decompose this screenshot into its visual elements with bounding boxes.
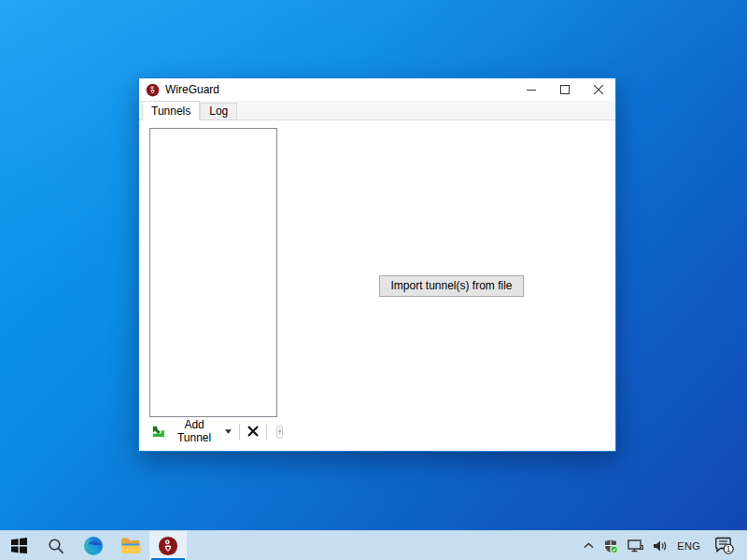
maximize-icon bbox=[560, 85, 570, 94]
tunnels-tab-content: Add Tunnel bbox=[139, 120, 615, 451]
toolbar-separator bbox=[239, 424, 240, 440]
export-tunnels-button[interactable] bbox=[272, 422, 288, 441]
language-label: ENG bbox=[677, 540, 700, 552]
tab-bar: Tunnels Log bbox=[139, 101, 615, 120]
action-center-button[interactable]: 1 bbox=[711, 531, 739, 560]
window-titlebar[interactable]: WireGuard bbox=[139, 78, 615, 101]
notification-badge: 1 bbox=[726, 544, 731, 553]
tab-log[interactable]: Log bbox=[200, 103, 237, 119]
toolbar-separator bbox=[266, 424, 267, 440]
hidden-icons-button[interactable] bbox=[579, 531, 599, 560]
caption-buttons bbox=[514, 78, 615, 101]
network-tray-button[interactable] bbox=[623, 531, 648, 560]
add-tunnel-label: Add Tunnel bbox=[170, 418, 218, 444]
system-tray: ENG 1 bbox=[579, 531, 747, 560]
minimize-icon bbox=[527, 85, 536, 94]
window-title: WireGuard bbox=[165, 83, 219, 96]
tunnel-list-pane: Add Tunnel bbox=[139, 120, 288, 451]
chevron-up-icon bbox=[584, 542, 594, 549]
delete-x-icon bbox=[247, 426, 259, 437]
add-tunnel-icon bbox=[152, 424, 165, 439]
tab-tunnels-label: Tunnels bbox=[151, 105, 190, 118]
language-indicator[interactable]: ENG bbox=[672, 531, 705, 560]
wireguard-window: WireGuard Tunnels Log bbox=[138, 77, 616, 452]
security-tray-button[interactable] bbox=[599, 531, 623, 560]
minimize-button[interactable] bbox=[514, 78, 548, 101]
defender-shield-icon bbox=[603, 539, 618, 553]
volume-tray-button[interactable] bbox=[648, 531, 672, 560]
file-explorer-icon bbox=[120, 537, 141, 555]
desktop-wallpaper: WireGuard Tunnels Log bbox=[0, 0, 747, 560]
taskbar-apps bbox=[0, 531, 187, 560]
volume-icon bbox=[653, 539, 668, 553]
wireguard-taskbar-icon bbox=[158, 536, 178, 556]
chevron-down-icon bbox=[225, 429, 232, 434]
wireguard-logo-icon bbox=[146, 83, 160, 97]
close-button[interactable] bbox=[582, 78, 615, 101]
network-icon bbox=[627, 539, 643, 553]
start-button[interactable] bbox=[0, 531, 37, 560]
import-tunnels-button[interactable]: Import tunnel(s) from file bbox=[379, 275, 523, 297]
search-icon bbox=[48, 538, 64, 554]
wireguard-taskbar-button[interactable] bbox=[149, 531, 187, 560]
edge-taskbar-button[interactable] bbox=[75, 531, 112, 560]
tunnel-detail-pane: Import tunnel(s) from file bbox=[288, 120, 615, 451]
file-explorer-button[interactable] bbox=[112, 531, 149, 560]
windows-logo-icon bbox=[11, 538, 27, 553]
tunnel-list[interactable] bbox=[149, 128, 277, 417]
search-button[interactable] bbox=[37, 531, 75, 560]
delete-tunnel-button[interactable] bbox=[245, 422, 261, 441]
tunnel-toolbar: Add Tunnel bbox=[149, 422, 288, 441]
edge-icon bbox=[83, 536, 104, 556]
zipper-icon bbox=[275, 425, 285, 439]
taskbar: ENG 1 bbox=[0, 530, 747, 560]
add-tunnel-button[interactable]: Add Tunnel bbox=[149, 422, 234, 441]
tab-log-label: Log bbox=[209, 105, 228, 118]
action-center-icon: 1 bbox=[715, 537, 734, 554]
close-icon bbox=[594, 85, 603, 94]
tab-tunnels[interactable]: Tunnels bbox=[142, 101, 200, 120]
maximize-button[interactable] bbox=[548, 78, 582, 101]
